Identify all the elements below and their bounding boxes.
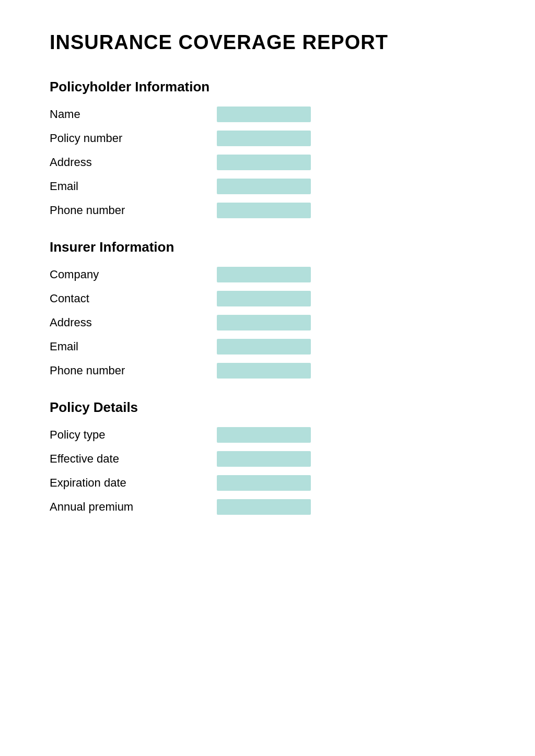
field-value-policy-details-0[interactable] — [217, 427, 311, 443]
field-row: Address — [50, 155, 485, 170]
section-policy-details: Policy DetailsPolicy typeEffective dateE… — [50, 399, 485, 515]
field-label-insurer-4: Phone number — [50, 364, 217, 377]
section-title-policy-details: Policy Details — [50, 399, 485, 416]
field-value-policyholder-4[interactable] — [217, 203, 311, 218]
field-label-policyholder-4: Phone number — [50, 204, 217, 217]
field-label-insurer-1: Contact — [50, 292, 217, 305]
field-row: Email — [50, 339, 485, 355]
field-row: Company — [50, 267, 485, 282]
field-value-policyholder-1[interactable] — [217, 131, 311, 146]
field-label-insurer-0: Company — [50, 268, 217, 281]
field-value-policy-details-2[interactable] — [217, 475, 311, 491]
section-title-insurer: Insurer Information — [50, 239, 485, 255]
field-value-policyholder-0[interactable] — [217, 107, 311, 122]
field-row: Expiration date — [50, 475, 485, 491]
field-label-policy-details-1: Effective date — [50, 452, 217, 466]
section-insurer: Insurer InformationCompanyContactAddress… — [50, 239, 485, 379]
field-label-policyholder-1: Policy number — [50, 132, 217, 145]
section-policyholder: Policyholder InformationNamePolicy numbe… — [50, 79, 485, 218]
field-label-policyholder-2: Address — [50, 156, 217, 169]
field-row: Effective date — [50, 451, 485, 467]
field-value-insurer-2[interactable] — [217, 315, 311, 330]
field-row: Policy number — [50, 131, 485, 146]
field-value-insurer-3[interactable] — [217, 339, 311, 355]
field-row: Contact — [50, 291, 485, 306]
field-label-insurer-2: Address — [50, 316, 217, 329]
field-row: Policy type — [50, 427, 485, 443]
field-row: Phone number — [50, 203, 485, 218]
field-value-policy-details-1[interactable] — [217, 451, 311, 467]
field-value-policyholder-3[interactable] — [217, 179, 311, 194]
page-title: INSURANCE COVERAGE REPORT — [50, 31, 485, 54]
field-label-policy-details-0: Policy type — [50, 428, 217, 442]
field-row: Phone number — [50, 363, 485, 379]
field-value-policyholder-2[interactable] — [217, 155, 311, 170]
section-title-policyholder: Policyholder Information — [50, 79, 485, 95]
field-value-insurer-4[interactable] — [217, 363, 311, 379]
field-row: Address — [50, 315, 485, 330]
field-value-policy-details-3[interactable] — [217, 499, 311, 515]
field-value-insurer-1[interactable] — [217, 291, 311, 306]
field-row: Email — [50, 179, 485, 194]
field-label-insurer-3: Email — [50, 340, 217, 353]
field-value-insurer-0[interactable] — [217, 267, 311, 282]
field-row: Annual premium — [50, 499, 485, 515]
field-label-policy-details-2: Expiration date — [50, 476, 217, 490]
field-label-policy-details-3: Annual premium — [50, 500, 217, 514]
field-label-policyholder-3: Email — [50, 180, 217, 193]
field-row: Name — [50, 107, 485, 122]
field-label-policyholder-0: Name — [50, 108, 217, 121]
